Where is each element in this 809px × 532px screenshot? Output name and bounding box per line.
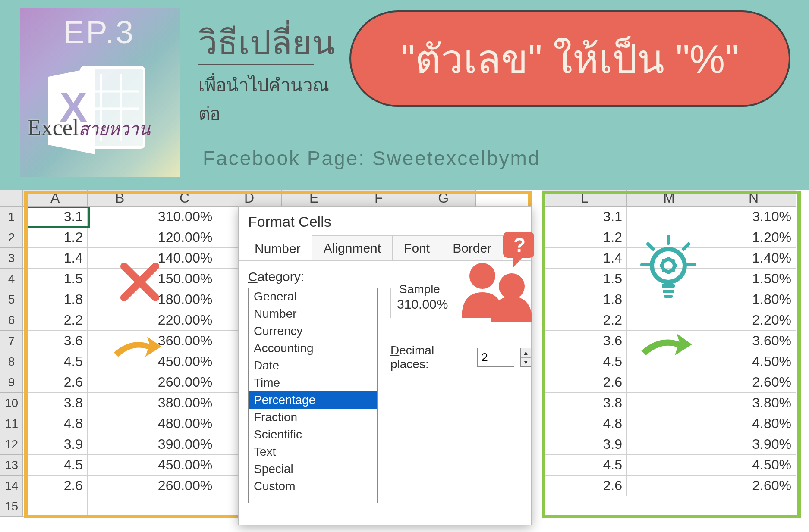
col-header-D[interactable]: D <box>217 190 282 207</box>
cell[interactable]: 1.40% <box>711 248 796 269</box>
cell[interactable] <box>88 372 152 393</box>
col-header-B[interactable]: B <box>88 190 152 207</box>
cell[interactable]: 3.1 <box>542 207 627 227</box>
cell[interactable]: 4.50% <box>711 351 796 372</box>
cell[interactable]: 2.2 <box>23 310 88 331</box>
cell[interactable]: 4.5 <box>542 351 627 372</box>
cell[interactable]: 2.6 <box>23 476 88 496</box>
cell[interactable] <box>88 227 152 248</box>
col-header-G[interactable]: G <box>411 190 476 207</box>
cell[interactable]: 2.20% <box>711 310 796 331</box>
cell[interactable]: 120.00% <box>152 227 217 248</box>
cell[interactable]: 2.6 <box>542 372 627 393</box>
cell[interactable]: 1.8 <box>23 289 88 310</box>
row-header[interactable]: 15 <box>0 496 23 517</box>
cell[interactable] <box>627 413 711 434</box>
cell[interactable]: 3.8 <box>23 393 88 413</box>
cell[interactable]: 380.00% <box>152 393 217 413</box>
table-row[interactable]: 4.84.80% <box>542 413 796 434</box>
category-item[interactable]: Date <box>249 357 377 374</box>
cell[interactable]: 1.4 <box>23 248 88 269</box>
category-item[interactable]: Text <box>249 443 377 460</box>
row-header[interactable]: 3 <box>0 248 23 269</box>
cell[interactable] <box>627 207 711 227</box>
col-header-M[interactable]: M <box>627 190 711 207</box>
cell[interactable]: 3.8 <box>542 393 627 413</box>
row-header[interactable]: 6 <box>0 310 23 331</box>
row-header[interactable]: 1 <box>0 207 23 227</box>
table-row[interactable]: 2.62.60% <box>542 476 796 496</box>
table-row[interactable]: 2.22.20% <box>542 310 796 331</box>
row-header[interactable]: 9 <box>0 372 23 393</box>
cell[interactable] <box>627 393 711 413</box>
spin-down-icon[interactable]: ▼ <box>521 358 531 367</box>
col-header-F[interactable]: F <box>346 190 411 207</box>
row-header[interactable]: 8 <box>0 351 23 372</box>
cell[interactable]: 3.6 <box>542 331 627 351</box>
cell[interactable]: 3.9 <box>542 434 627 455</box>
cell[interactable] <box>88 476 152 496</box>
col-header-L[interactable]: L <box>542 190 627 207</box>
category-item[interactable]: Time <box>249 374 377 391</box>
select-all-corner[interactable] <box>0 190 23 207</box>
cell[interactable]: 4.5 <box>23 351 88 372</box>
row-header[interactable]: 2 <box>0 227 23 248</box>
cell[interactable]: 180.00% <box>152 289 217 310</box>
cell[interactable]: 4.5 <box>23 455 88 476</box>
cell[interactable]: 1.5 <box>23 269 88 289</box>
cell[interactable]: 3.9 <box>23 434 88 455</box>
row-header[interactable]: 14 <box>0 476 23 496</box>
cell[interactable] <box>88 434 152 455</box>
cell[interactable]: 2.6 <box>23 372 88 393</box>
cell[interactable]: 2.6 <box>542 476 627 496</box>
cell[interactable] <box>88 207 152 227</box>
table-row[interactable]: 3.13.10% <box>542 207 796 227</box>
cell[interactable]: 3.1 <box>23 207 88 227</box>
cell[interactable]: 1.2 <box>542 227 627 248</box>
cell[interactable]: 3.6 <box>23 331 88 351</box>
cell[interactable] <box>627 434 711 455</box>
tab-number[interactable]: Number <box>243 236 312 261</box>
category-item[interactable]: Scientific <box>249 426 377 443</box>
table-row[interactable]: 3.93.90% <box>542 434 796 455</box>
table-row[interactable]: 3.83.80% <box>542 393 796 413</box>
row-header[interactable]: 12 <box>0 434 23 455</box>
cell[interactable] <box>88 496 152 517</box>
row-header[interactable]: 10 <box>0 393 23 413</box>
cell[interactable]: 260.00% <box>152 476 217 496</box>
cell[interactable]: 3.60% <box>711 331 796 351</box>
cell[interactable]: 4.8 <box>542 413 627 434</box>
cell[interactable] <box>88 413 152 434</box>
cell[interactable]: 2.60% <box>711 476 796 496</box>
cell[interactable]: 4.50% <box>711 455 796 476</box>
cell[interactable] <box>88 393 152 413</box>
table-row[interactable]: 2.62.60% <box>542 372 796 393</box>
cell[interactable]: 1.5 <box>542 269 627 289</box>
decimal-places-input[interactable] <box>477 348 514 367</box>
cell[interactable] <box>23 496 88 517</box>
decimal-spin-buttons[interactable]: ▲ ▼ <box>520 348 531 367</box>
category-item[interactable]: Number <box>249 305 377 322</box>
cell[interactable]: 390.00% <box>152 434 217 455</box>
cell[interactable]: 3.80% <box>711 393 796 413</box>
col-header-C[interactable]: C <box>152 190 217 207</box>
cell[interactable]: 480.00% <box>152 413 217 434</box>
cell[interactable] <box>627 455 711 476</box>
category-item[interactable]: Fraction <box>249 409 377 426</box>
cell[interactable]: 1.8 <box>542 289 627 310</box>
category-item[interactable]: General <box>249 288 377 305</box>
cell[interactable]: 4.5 <box>542 455 627 476</box>
category-listbox[interactable]: GeneralNumberCurrencyAccountingDateTimeP… <box>248 288 378 503</box>
row-header[interactable]: 4 <box>0 269 23 289</box>
table-row[interactable]: 4.54.50% <box>542 455 796 476</box>
category-item[interactable]: Special <box>249 460 377 478</box>
cell[interactable]: 1.4 <box>542 248 627 269</box>
cell[interactable] <box>88 310 152 331</box>
cell[interactable]: 3.10% <box>711 207 796 227</box>
cell[interactable] <box>627 476 711 496</box>
cell[interactable] <box>627 310 711 331</box>
row-header[interactable]: 7 <box>0 331 23 351</box>
cell[interactable]: 450.00% <box>152 455 217 476</box>
row-header[interactable]: 13 <box>0 455 23 476</box>
cell[interactable]: 1.2 <box>23 227 88 248</box>
